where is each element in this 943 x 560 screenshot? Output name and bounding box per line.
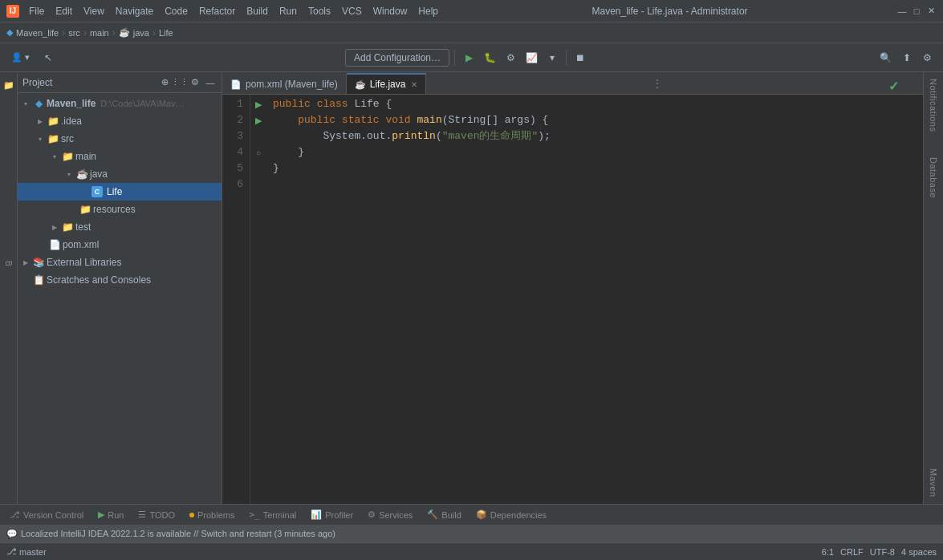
code-line-5: } bbox=[273, 160, 917, 177]
tree-item-idea[interactable]: ▶ 📁 .idea bbox=[18, 112, 222, 130]
add-configuration-button[interactable]: Add Configuration… bbox=[345, 49, 449, 67]
line-num-5: 5 bbox=[222, 160, 243, 177]
bottom-tab-profiler[interactable]: 📊 Profiler bbox=[304, 506, 360, 524]
run-gutter-2[interactable]: ▶ bbox=[250, 112, 266, 128]
tree-item-ext-libs[interactable]: ▶ 📚 External Libraries bbox=[18, 254, 222, 271]
close-button[interactable]: ✕ bbox=[925, 6, 937, 17]
code-line-1: public class Life { bbox=[273, 96, 917, 112]
notifications-label[interactable]: Notifications bbox=[929, 75, 938, 135]
breadcrumb-life[interactable]: Life bbox=[159, 28, 173, 38]
tree-item-maven-life[interactable]: ▾ ◆ Maven_life D:\Code\JAVA\Mav… bbox=[18, 95, 222, 112]
menu-file[interactable]: File bbox=[24, 4, 49, 18]
update-button[interactable]: ⬆ bbox=[898, 49, 916, 67]
tree-label-main: main bbox=[75, 151, 96, 162]
title-left: IJ File Edit View Navigate Code Refactor… bbox=[6, 4, 443, 18]
bottom-tab-build[interactable]: 🔨 Build bbox=[421, 506, 467, 524]
breadcrumb-app[interactable]: ◆ Maven_life bbox=[6, 27, 59, 38]
bottom-tab-run[interactable]: ▶ Run bbox=[91, 506, 130, 524]
menu-help[interactable]: Help bbox=[413, 4, 443, 18]
life-tab-close[interactable]: ✕ bbox=[411, 80, 417, 89]
dropdown-run-button[interactable]: ▾ bbox=[543, 49, 561, 67]
menu-edit[interactable]: Edit bbox=[51, 4, 77, 18]
maximize-button[interactable]: □ bbox=[911, 6, 922, 17]
settings-button[interactable]: ⚙ bbox=[919, 49, 937, 67]
bookmark-icon[interactable]: B bbox=[1, 255, 17, 271]
run-button[interactable]: ▶ bbox=[460, 49, 478, 67]
menu-run[interactable]: Run bbox=[274, 4, 302, 18]
maven-label[interactable]: Maven bbox=[929, 465, 938, 501]
ext-libs-icon: 📚 bbox=[32, 256, 45, 269]
life-tab-label: Life.java bbox=[370, 79, 406, 90]
minimize-button[interactable]: — bbox=[896, 6, 908, 17]
breadcrumb-src[interactable]: src bbox=[68, 28, 80, 38]
tree-item-java[interactable]: ▾ ☕ java bbox=[18, 165, 222, 183]
line-num-2: 2 bbox=[222, 112, 243, 128]
tree-item-main[interactable]: ▾ 📁 main bbox=[18, 148, 222, 165]
encoding-text: UTF-8 bbox=[870, 547, 895, 557]
debug-button[interactable]: 🐛 bbox=[481, 49, 498, 67]
version-control-label: Version Control bbox=[23, 510, 83, 520]
app-icon: IJ bbox=[6, 5, 19, 18]
pointer-tool-button[interactable]: ↖ bbox=[39, 49, 57, 67]
panel-settings-icon[interactable]: ⊕ bbox=[158, 76, 171, 89]
tree-item-life[interactable]: C Life bbox=[18, 183, 222, 201]
breadcrumb-main[interactable]: main bbox=[90, 28, 109, 38]
bottom-tab-services[interactable]: ⚙ Services bbox=[361, 506, 419, 524]
menu-vcs[interactable]: VCS bbox=[337, 4, 367, 18]
tree-item-src[interactable]: ▾ 📁 src bbox=[18, 130, 222, 148]
profile-button[interactable]: 📈 bbox=[522, 49, 540, 67]
bottom-tabs-bar: ⎇ Version Control ▶ Run ☰ TODO Problems … bbox=[0, 504, 943, 525]
encoding-selector[interactable]: UTF-8 bbox=[870, 547, 895, 557]
expand-arrow-idea: ▶ bbox=[35, 116, 45, 126]
menu-build[interactable]: Build bbox=[242, 4, 273, 18]
tree-item-scratches[interactable]: 📋 Scratches and Consoles bbox=[18, 271, 222, 289]
menu-view[interactable]: View bbox=[79, 4, 109, 18]
tree-item-resources[interactable]: 📁 resources bbox=[18, 201, 222, 218]
stop-button[interactable]: ⏹ bbox=[571, 49, 589, 67]
tab-life-java[interactable]: ☕ Life.java ✕ bbox=[347, 73, 427, 94]
cursor-position[interactable]: 6:1 bbox=[822, 547, 834, 557]
line-ending-selector[interactable]: CRLF bbox=[840, 547, 864, 557]
run-gutter-1[interactable]: ▶ bbox=[250, 96, 266, 112]
panel-close-icon[interactable]: — bbox=[204, 76, 217, 89]
tree-label-maven-life: Maven_life bbox=[47, 98, 96, 109]
tree-label-ext-libs: External Libraries bbox=[47, 257, 121, 268]
search-everywhere-button[interactable]: 🔍 bbox=[877, 49, 895, 67]
code-editor[interactable]: public class Life { public static void m… bbox=[266, 95, 923, 504]
bottom-tab-problems[interactable]: Problems bbox=[183, 506, 241, 524]
menu-refactor[interactable]: Refactor bbox=[194, 4, 240, 18]
bottom-tab-todo[interactable]: ☰ TODO bbox=[132, 506, 181, 524]
tree-item-test[interactable]: ▶ 📁 test bbox=[18, 218, 222, 236]
user-account-button[interactable]: 👤 ▾ bbox=[6, 50, 35, 65]
menu-items: File Edit View Navigate Code Refactor Bu… bbox=[24, 4, 443, 18]
menu-tools[interactable]: Tools bbox=[303, 4, 335, 18]
bottom-tab-terminal[interactable]: >_ Terminal bbox=[242, 506, 303, 524]
menu-window[interactable]: Window bbox=[368, 4, 413, 18]
bottom-tab-version-control[interactable]: ⎇ Version Control bbox=[3, 506, 90, 524]
run-with-coverage-button[interactable]: ⚙ bbox=[502, 49, 519, 67]
life-tab-icon: ☕ bbox=[355, 79, 366, 90]
terminal-label: Terminal bbox=[263, 510, 297, 520]
bottom-tab-dependencies[interactable]: 📦 Dependencies bbox=[469, 506, 553, 524]
database-label[interactable]: Database bbox=[929, 154, 938, 201]
breadcrumb-java[interactable]: ☕ java bbox=[119, 27, 149, 38]
panel-sort-icon[interactable]: ⋮⋮ bbox=[173, 76, 186, 89]
project-panel-header: Project ⊕ ⋮⋮ ⚙ — bbox=[18, 72, 222, 93]
project-view-icon[interactable]: 📁 bbox=[1, 77, 17, 93]
todo-icon: ☰ bbox=[138, 509, 146, 520]
java-folder-icon: ☕ bbox=[119, 27, 130, 38]
tabs-more-button[interactable]: ⋮ bbox=[646, 73, 669, 94]
tab-pom-xml[interactable]: 📄 pom.xml (Maven_life) bbox=[222, 73, 347, 94]
menu-navigate[interactable]: Navigate bbox=[111, 4, 158, 18]
menu-code[interactable]: Code bbox=[160, 4, 193, 18]
git-status[interactable]: ⎇ master bbox=[6, 546, 47, 557]
indent-selector[interactable]: 4 spaces bbox=[901, 547, 937, 557]
line-num-1: 1 bbox=[222, 96, 243, 112]
panel-config-icon[interactable]: ⚙ bbox=[189, 76, 201, 89]
pom-file-icon: 📄 bbox=[48, 238, 61, 251]
tree-item-pom-xml[interactable]: 📄 pom.xml bbox=[18, 236, 222, 254]
pom-tab-label: pom.xml (Maven_life) bbox=[246, 79, 338, 90]
problems-label: Problems bbox=[197, 510, 234, 520]
expand-arrow-maven-life: ▾ bbox=[21, 99, 30, 108]
breakpoint-gutter-4[interactable]: ○ bbox=[250, 144, 266, 160]
